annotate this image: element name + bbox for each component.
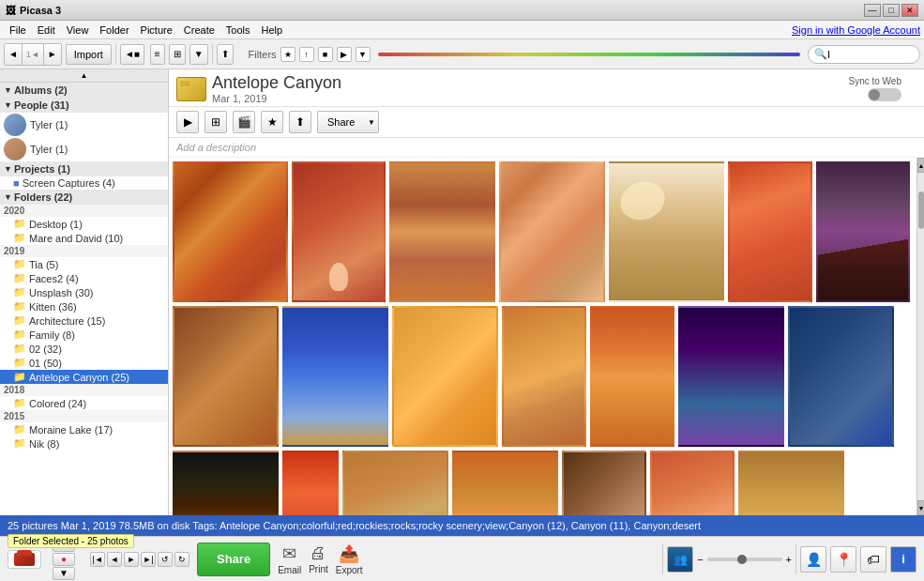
sign-in-link[interactable]: Sign in with Google Account (792, 24, 920, 36)
menu-create[interactable]: Create (178, 23, 220, 37)
sidebar-scroll-up[interactable]: ▲ (0, 69, 168, 83)
tag-button[interactable]: 🏷 (860, 546, 886, 573)
sidebar-item-family[interactable]: 📁 Family (8) (0, 328, 168, 342)
sidebar-item-unsplash[interactable]: 📁 Unsplash (30) (0, 285, 168, 299)
sidebar-item-desktop[interactable]: 📁 Desktop (1) (0, 217, 168, 231)
photo-17[interactable] (342, 451, 448, 515)
sidebar-section-projects[interactable]: ▼ Projects (1) (0, 161, 168, 176)
zoom-plus-icon[interactable]: + (786, 554, 792, 565)
photo-14[interactable] (788, 306, 894, 447)
sidebar-item-faces2[interactable]: 📁 Faces2 (4) (0, 271, 168, 285)
share-button[interactable]: Share (317, 111, 364, 133)
email-action[interactable]: ✉ Email (278, 543, 301, 575)
photo-12[interactable] (590, 306, 674, 447)
prev-view-button[interactable]: ◄■ (120, 44, 144, 65)
play-slideshow-button[interactable]: ▶ (176, 111, 199, 133)
photo-19[interactable] (562, 451, 646, 515)
rotate-left-button[interactable]: ↺ (158, 552, 173, 567)
sidebar-section-people[interactable]: ▼ People (31) (0, 98, 168, 113)
photo-3[interactable] (389, 161, 495, 302)
sidebar-item-nik[interactable]: 📁 Nik (8) (0, 436, 168, 451)
sidebar-item-screen-captures[interactable]: ■ Screen Captures (4) (0, 176, 168, 190)
bottom-share-button[interactable]: Share (197, 543, 270, 576)
photo-16[interactable] (282, 451, 339, 515)
description-area[interactable]: Add a description (169, 138, 924, 158)
photo-10[interactable] (392, 306, 498, 447)
sidebar-item-architecture[interactable]: 📁 Architecture (15) (0, 313, 168, 328)
scroll-thumb[interactable] (918, 191, 924, 229)
delete-button[interactable]: ● (53, 553, 75, 566)
movie-button[interactable]: 🎬 (233, 111, 255, 133)
photo-9[interactable] (282, 306, 388, 447)
location-button[interactable]: 📍 (830, 546, 856, 573)
sidebar-section-albums[interactable]: ▼ Albums (2) (0, 83, 168, 98)
photo-18[interactable] (452, 451, 558, 515)
search-input[interactable] (827, 49, 912, 60)
photo-20[interactable] (650, 451, 735, 515)
sidebar-section-folders[interactable]: ▼ Folders (22) (0, 190, 168, 205)
more-button[interactable]: ▼ (53, 567, 75, 580)
zoom-thumb[interactable] (737, 555, 747, 564)
filter-up[interactable]: ↑ (299, 47, 314, 62)
forward2-button[interactable]: ► (44, 44, 61, 65)
back-button[interactable]: ◄ (5, 44, 23, 65)
filter-down[interactable]: ▼ (356, 47, 371, 62)
page-last-button[interactable]: ►| (141, 552, 156, 567)
filter-star[interactable]: ★ (280, 47, 295, 62)
grid-view-button[interactable]: ⊞ (169, 44, 186, 65)
menu-view[interactable]: View (61, 23, 95, 37)
sidebar-item-02[interactable]: 📁 02 (32) (0, 342, 168, 356)
photo-6[interactable] (728, 161, 812, 302)
sidebar-item-antelope[interactable]: 📁 Antelope Canyon (25) (0, 370, 168, 384)
page-prev-button[interactable]: ◄ (107, 552, 122, 567)
photo-21[interactable] (738, 451, 844, 515)
filter-square[interactable]: ■ (318, 47, 333, 62)
sidebar-item-tyler2[interactable]: Tyler (1) (0, 137, 168, 161)
menu-help[interactable]: Help (256, 23, 289, 37)
people-view-button[interactable]: 👥 (667, 546, 693, 573)
sidebar-item-moraine[interactable]: 📁 Moraine Lake (17) (0, 422, 168, 436)
sync-toggle[interactable] (868, 88, 901, 101)
scroll-down-arrow[interactable]: ▼ (917, 500, 924, 515)
photo-5[interactable] (609, 161, 724, 302)
sidebar-item-kitten[interactable]: 📁 Kitten (36) (0, 299, 168, 313)
star-button[interactable]: ★ (261, 111, 283, 133)
sidebar-item-colored[interactable]: 📁 Colored (24) (0, 396, 168, 410)
photo-8[interactable] (173, 306, 279, 447)
share-dropdown-button[interactable]: ▼ (364, 111, 379, 133)
page-next-button[interactable]: ► (124, 552, 139, 567)
print-action[interactable]: 🖨 Print (309, 543, 328, 574)
sidebar-item-01[interactable]: 📁 01 (50) (0, 356, 168, 370)
photo-1[interactable] (173, 161, 288, 302)
scroll-track[interactable] (917, 173, 924, 500)
scroll-up-arrow[interactable]: ▲ (917, 158, 924, 173)
photo-13[interactable] (678, 306, 784, 447)
menu-folder[interactable]: Folder (94, 23, 134, 37)
photo-15[interactable] (173, 451, 279, 515)
upload-button[interactable]: ⬆ (217, 44, 234, 65)
import-button[interactable]: Import (66, 44, 112, 65)
maximize-button[interactable]: □ (883, 4, 900, 17)
menu-tools[interactable]: Tools (220, 23, 256, 37)
info-button[interactable]: i (890, 546, 916, 573)
zoom-track[interactable] (707, 558, 782, 561)
filter-play[interactable]: ▶ (337, 47, 352, 62)
sort-button[interactable]: ▼ (189, 44, 208, 65)
photo-2[interactable] (292, 161, 386, 302)
rotate-right-button[interactable]: ↻ (174, 552, 189, 567)
forward-button[interactable]: 1◄ (23, 44, 44, 65)
close-button[interactable]: ✕ (901, 4, 918, 17)
photo-4[interactable] (499, 161, 605, 302)
page-first-button[interactable]: |◄ (90, 552, 105, 567)
menu-file[interactable]: File (4, 23, 32, 37)
contact-button[interactable]: 👤 (800, 546, 826, 573)
list-view-button[interactable]: ≡ (150, 44, 165, 65)
minimize-button[interactable]: — (864, 4, 881, 17)
zoom-minus-icon[interactable]: − (697, 554, 703, 565)
sidebar-item-tyler1[interactable]: Tyler (1) (0, 113, 168, 137)
menu-picture[interactable]: Picture (135, 23, 178, 37)
export-action[interactable]: 📤 Export (336, 543, 363, 575)
sidebar-item-mare-david[interactable]: 📁 Mare and David (10) (0, 231, 168, 245)
photo-11[interactable] (502, 306, 586, 447)
upload-button[interactable]: ⬆ (289, 111, 311, 133)
